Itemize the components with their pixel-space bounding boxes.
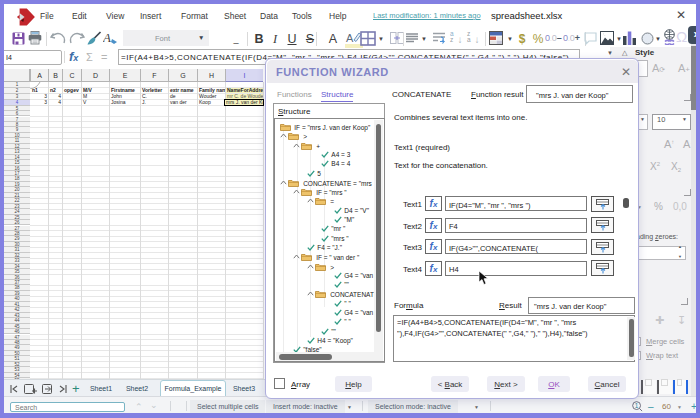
svg-text:1: 1 [635, 402, 639, 409]
svg-text:A: A [346, 32, 354, 44]
svg-text:A: A [103, 30, 111, 45]
